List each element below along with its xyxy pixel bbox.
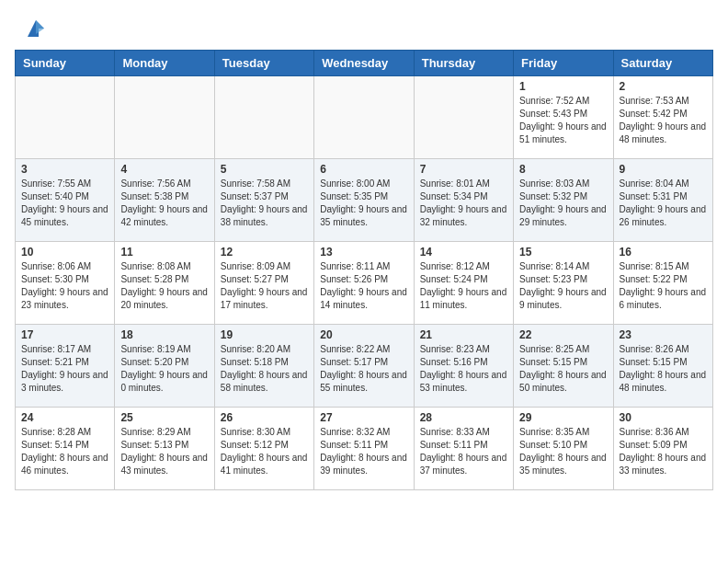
day-number: 21: [420, 328, 507, 341]
sunset-text: Sunset: 5:35 PM: [320, 190, 407, 203]
sunset-text: Sunset: 5:42 PM: [620, 108, 707, 121]
calendar-day-cell: 2Sunrise: 7:53 AMSunset: 5:42 PMDaylight…: [613, 76, 712, 159]
calendar-day-cell: 25Sunrise: 8:29 AMSunset: 5:13 PMDayligh…: [115, 408, 214, 490]
calendar-week-row: 1Sunrise: 7:52 AMSunset: 5:43 PMDaylight…: [16, 76, 713, 159]
sunset-text: Sunset: 5:30 PM: [21, 273, 108, 286]
day-number: 15: [519, 246, 607, 259]
daylight-text: Daylight: 8 hours and 43 minutes.: [120, 452, 208, 477]
daylight-text: Daylight: 8 hours and 53 minutes.: [420, 369, 507, 395]
calendar-day-cell: 17Sunrise: 8:17 AMSunset: 5:21 PMDayligh…: [16, 325, 115, 408]
day-info: Sunrise: 8:19 AMSunset: 5:20 PMDaylight:…: [120, 343, 208, 395]
sunrise-text: Sunrise: 8:36 AM: [620, 426, 707, 439]
daylight-text: Daylight: 8 hours and 50 minutes.: [519, 369, 607, 395]
day-info: Sunrise: 8:26 AMSunset: 5:15 PMDaylight:…: [620, 343, 707, 395]
daylight-text: Daylight: 8 hours and 39 minutes.: [320, 452, 407, 477]
day-number: 1: [519, 80, 607, 93]
day-number: 18: [120, 328, 208, 341]
day-info: Sunrise: 8:08 AMSunset: 5:28 PMDaylight:…: [120, 260, 208, 312]
day-info: Sunrise: 7:58 AMSunset: 5:37 PMDaylight:…: [221, 178, 308, 229]
calendar-day-cell: 24Sunrise: 8:28 AMSunset: 5:14 PMDayligh…: [16, 408, 115, 490]
daylight-text: Daylight: 9 hours and 26 minutes.: [620, 203, 707, 229]
sunset-text: Sunset: 5:37 PM: [221, 190, 308, 203]
sunset-text: Sunset: 5:27 PM: [221, 273, 308, 286]
day-info: Sunrise: 8:12 AMSunset: 5:24 PMDaylight:…: [420, 260, 507, 312]
daylight-text: Daylight: 9 hours and 9 minutes.: [519, 286, 607, 312]
day-number: 3: [21, 163, 108, 176]
daylight-text: Daylight: 9 hours and 32 minutes.: [420, 203, 507, 229]
sunset-text: Sunset: 5:23 PM: [519, 273, 607, 286]
page-header: [0, 0, 728, 50]
sunrise-text: Sunrise: 8:29 AM: [120, 426, 208, 439]
sunset-text: Sunset: 5:24 PM: [420, 273, 507, 286]
calendar-week-row: 10Sunrise: 8:06 AMSunset: 5:30 PMDayligh…: [16, 242, 713, 325]
sunrise-text: Sunrise: 7:58 AM: [221, 178, 308, 190]
sunset-text: Sunset: 5:28 PM: [120, 273, 208, 286]
sunrise-text: Sunrise: 7:55 AM: [21, 178, 108, 190]
sunset-text: Sunset: 5:16 PM: [420, 356, 507, 369]
sunset-text: Sunset: 5:09 PM: [620, 439, 707, 452]
day-number: 20: [320, 328, 407, 341]
col-friday: Friday: [514, 51, 613, 76]
day-info: Sunrise: 8:29 AMSunset: 5:13 PMDaylight:…: [120, 426, 208, 477]
calendar-day-cell: 13Sunrise: 8:11 AMSunset: 5:26 PMDayligh…: [314, 242, 414, 325]
sunrise-text: Sunrise: 8:01 AM: [420, 178, 507, 190]
day-info: Sunrise: 8:09 AMSunset: 5:27 PMDaylight:…: [221, 260, 308, 312]
sunrise-text: Sunrise: 7:52 AM: [519, 95, 607, 108]
day-number: 16: [620, 246, 707, 259]
calendar-day-cell: [414, 76, 513, 159]
day-info: Sunrise: 7:53 AMSunset: 5:42 PMDaylight:…: [620, 95, 707, 146]
sunset-text: Sunset: 5:34 PM: [420, 190, 507, 203]
sunrise-text: Sunrise: 8:17 AM: [21, 343, 108, 356]
col-wednesday: Wednesday: [314, 51, 414, 76]
calendar-day-cell: 22Sunrise: 8:25 AMSunset: 5:15 PMDayligh…: [514, 325, 613, 408]
sunrise-text: Sunrise: 8:26 AM: [620, 343, 707, 356]
day-info: Sunrise: 8:14 AMSunset: 5:23 PMDaylight:…: [519, 260, 607, 312]
sunrise-text: Sunrise: 8:09 AM: [221, 260, 308, 273]
day-info: Sunrise: 8:06 AMSunset: 5:30 PMDaylight:…: [21, 260, 108, 312]
day-info: Sunrise: 8:35 AMSunset: 5:10 PMDaylight:…: [519, 426, 607, 477]
day-number: 19: [221, 328, 308, 341]
sunrise-text: Sunrise: 8:22 AM: [320, 343, 407, 356]
daylight-text: Daylight: 9 hours and 23 minutes.: [21, 286, 108, 312]
calendar-day-cell: 26Sunrise: 8:30 AMSunset: 5:12 PMDayligh…: [214, 408, 313, 490]
day-number: 10: [21, 246, 108, 259]
calendar-week-row: 3Sunrise: 7:55 AMSunset: 5:40 PMDaylight…: [16, 159, 713, 242]
day-number: 11: [120, 246, 208, 259]
day-info: Sunrise: 8:36 AMSunset: 5:09 PMDaylight:…: [620, 426, 707, 477]
col-sunday: Sunday: [16, 51, 115, 76]
day-number: 12: [221, 246, 308, 259]
sunset-text: Sunset: 5:11 PM: [320, 439, 407, 452]
daylight-text: Daylight: 9 hours and 29 minutes.: [519, 203, 607, 229]
daylight-text: Daylight: 8 hours and 37 minutes.: [420, 452, 507, 477]
day-number: 2: [620, 80, 707, 93]
day-info: Sunrise: 8:01 AMSunset: 5:34 PMDaylight:…: [420, 178, 507, 229]
daylight-text: Daylight: 9 hours and 20 minutes.: [120, 286, 208, 312]
sunrise-text: Sunrise: 8:12 AM: [420, 260, 507, 273]
sunset-text: Sunset: 5:13 PM: [120, 439, 208, 452]
sunset-text: Sunset: 5:22 PM: [620, 273, 707, 286]
sunset-text: Sunset: 5:40 PM: [21, 190, 108, 203]
day-number: 23: [620, 328, 707, 341]
day-info: Sunrise: 8:20 AMSunset: 5:18 PMDaylight:…: [221, 343, 308, 395]
daylight-text: Daylight: 9 hours and 45 minutes.: [21, 203, 108, 229]
day-info: Sunrise: 8:15 AMSunset: 5:22 PMDaylight:…: [620, 260, 707, 312]
sunrise-text: Sunrise: 8:03 AM: [519, 178, 607, 190]
day-number: 4: [120, 163, 208, 176]
col-tuesday: Tuesday: [214, 51, 313, 76]
sunrise-text: Sunrise: 8:28 AM: [21, 426, 108, 439]
day-number: 24: [21, 411, 108, 424]
sunrise-text: Sunrise: 7:56 AM: [120, 178, 208, 190]
day-info: Sunrise: 8:30 AMSunset: 5:12 PMDaylight:…: [221, 426, 308, 477]
sunset-text: Sunset: 5:10 PM: [519, 439, 607, 452]
calendar-day-cell: 15Sunrise: 8:14 AMSunset: 5:23 PMDayligh…: [514, 242, 613, 325]
logo: [18, 15, 50, 42]
sunset-text: Sunset: 5:18 PM: [221, 356, 308, 369]
calendar-day-cell: [314, 76, 414, 159]
sunrise-text: Sunrise: 8:11 AM: [320, 260, 407, 273]
day-info: Sunrise: 8:23 AMSunset: 5:16 PMDaylight:…: [420, 343, 507, 395]
day-info: Sunrise: 8:03 AMSunset: 5:32 PMDaylight:…: [519, 178, 607, 229]
daylight-text: Daylight: 8 hours and 41 minutes.: [221, 452, 308, 477]
day-info: Sunrise: 8:25 AMSunset: 5:15 PMDaylight:…: [519, 343, 607, 395]
daylight-text: Daylight: 9 hours and 0 minutes.: [120, 369, 208, 395]
calendar-day-cell: 11Sunrise: 8:08 AMSunset: 5:28 PMDayligh…: [115, 242, 214, 325]
